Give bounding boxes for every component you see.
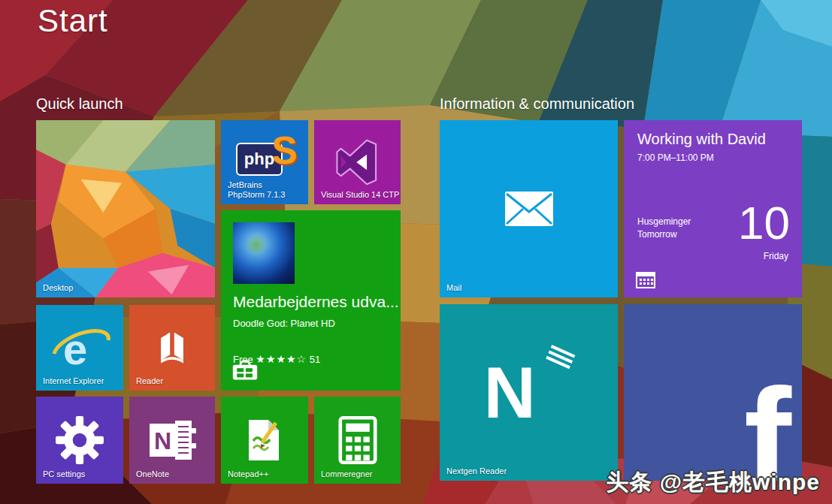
tile-label: OneNote: [136, 469, 169, 480]
desktop-wallpaper-art: [36, 120, 215, 297]
internet-explorer-icon: e: [48, 321, 111, 375]
tile-label: Lommeregner: [321, 469, 372, 480]
calendar-event-title: Working with David: [637, 131, 766, 148]
tile-phpstorm[interactable]: php S JetBrains PhpStorm 7.1.3: [221, 120, 308, 204]
store-app-planet-image: [233, 222, 295, 284]
nextgen-n-glyph: N: [484, 357, 536, 429]
tile-internet-explorer[interactable]: e Internet Explorer: [36, 305, 123, 391]
calculator-icon: [338, 415, 377, 465]
tile-label: Desktop: [43, 283, 73, 294]
calendar-icon: [636, 270, 655, 288]
tile-label: JetBrains PhpStorm 7.1.3: [228, 180, 297, 201]
tile-facebook[interactable]: f: [624, 304, 802, 481]
notepad-plus-plus-icon: [243, 417, 286, 463]
calendar-day-name: Friday: [764, 251, 788, 261]
mail-envelope-icon: [504, 191, 554, 227]
tile-notepad-plus-plus[interactable]: Notepad++: [221, 397, 308, 484]
start-screen: Start Quick launch Information & communi…: [0, 0, 832, 504]
tile-label: Nextgen Reader: [446, 466, 507, 477]
rating-count: 51: [310, 354, 320, 365]
tile-reader[interactable]: Reader: [129, 305, 215, 391]
nextgen-stripes: [544, 345, 575, 372]
store-app-title: Medarbejdernes udva...: [233, 293, 399, 311]
store-bag-icon: [231, 358, 259, 382]
visual-studio-icon: [334, 139, 381, 186]
tile-label: Reader: [136, 376, 163, 387]
gear-icon: [55, 415, 104, 465]
tile-store[interactable]: Medarbejdernes udva... Doodle God: Plane…: [221, 210, 401, 391]
tile-onenote[interactable]: N OneNote: [129, 397, 215, 484]
tile-desktop[interactable]: Desktop: [36, 120, 215, 297]
php-text: php: [244, 149, 274, 169]
tile-nextgen-reader[interactable]: N Nextgen Reader: [440, 304, 618, 481]
store-app-subtitle: Doodle God: Planet HD: [233, 318, 335, 329]
tile-mail[interactable]: Mail: [440, 120, 618, 297]
tile-visual-studio[interactable]: Visual Studio 14 CTP: [314, 120, 401, 204]
tile-calendar[interactable]: Working with David 7:00 PM–11:00 PM Husg…: [624, 120, 802, 297]
tile-label: PC settings: [43, 469, 85, 480]
calendar-event-time: 7:00 PM–11:00 PM: [637, 152, 714, 163]
rating-stars: ★★★★☆: [256, 353, 307, 365]
group-header-quick-launch[interactable]: Quick launch: [36, 95, 123, 113]
calendar-reminder-when: Tomorrow: [637, 229, 677, 240]
tile-label: Internet Explorer: [43, 376, 104, 387]
tile-pc-settings[interactable]: PC settings: [36, 397, 123, 484]
nextgen-reader-icon: N: [484, 348, 574, 438]
tile-calculator[interactable]: Lommeregner: [314, 397, 401, 484]
onenote-icon: N: [145, 418, 199, 463]
reader-book-icon: [151, 327, 193, 369]
watermark: 头条 @老毛桃winpe: [606, 467, 820, 498]
phpstorm-s-glyph: S: [271, 131, 298, 170]
tile-label: Visual Studio 14 CTP: [321, 190, 399, 201]
tile-label: Mail: [446, 283, 461, 294]
calendar-reminder: Husgeminger: [637, 216, 691, 227]
facebook-f-glyph: f: [744, 367, 791, 481]
tile-label: Notepad++: [228, 469, 268, 480]
page-title: Start: [38, 3, 108, 39]
onenote-n-glyph: N: [154, 427, 171, 454]
calendar-date-number: 10: [738, 200, 790, 246]
group-header-information-communication[interactable]: Information & communication: [440, 95, 634, 113]
